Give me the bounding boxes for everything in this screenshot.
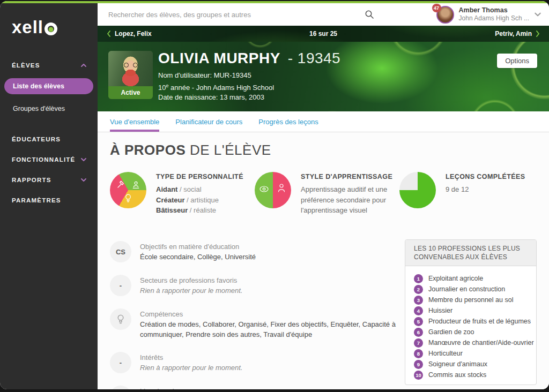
professions-card-heading: LES 10 PROFESSIONS LES PLUS CONVENABLES … (405, 240, 536, 266)
tab-bar: Vue d'ensemble Planificateur de cours Pr… (98, 111, 549, 132)
search-input[interactable] (108, 11, 365, 19)
sidebar-item-parametres[interactable]: PARAMÈTRES (0, 197, 98, 203)
chevron-up-icon (80, 62, 87, 69)
detail-label: Objectifs en matière d'éducation (140, 242, 256, 252)
detail-value: École secondaire, Collège, Université (140, 252, 256, 262)
widget-heading: LEÇONS COMPLÉTÉES (446, 173, 525, 180)
learning-style-chart (255, 172, 291, 208)
sidebar-item-liste-des-eleves[interactable]: Liste des élèves (4, 78, 93, 94)
chevron-down-icon (80, 156, 87, 163)
sidebar-item-eleves[interactable]: ÉLÈVES (0, 62, 98, 69)
chevron-down-icon (534, 11, 541, 18)
person-icon (277, 183, 286, 193)
profession-item[interactable]: 5Producteur de fruits et de légumes (414, 316, 529, 327)
profession-item[interactable]: 6Gardien de zoo (414, 327, 529, 337)
user-menu[interactable]: 47 Amber Thomas John Adams High Sch ... (436, 6, 541, 24)
sidebar-item-label: Liste des élèves (13, 82, 64, 90)
section-title: À PROPOS DE L'ÉLÈVE (110, 142, 271, 159)
rank-badge: 5 (414, 317, 423, 326)
profession-item[interactable]: 4Huissier (414, 305, 529, 316)
sidebar-item-label: RAPPORTS (12, 177, 51, 183)
sidebar-item-label: ÉDUCATEURS (12, 136, 61, 142)
glasses-decoration (124, 63, 138, 68)
student-pager: Lopez, Felix 16 sur 25 Petriv, Amin (98, 26, 549, 42)
list-item-skills: Compétences Création de modes, Collabore… (110, 308, 404, 340)
page-title: OLIVIA MURPHY - 19345 (158, 50, 340, 67)
birthdate-line: Date de naissance: 13 mars, 2003 (158, 93, 340, 103)
profession-item[interactable]: 3Membre du personnel au sol (414, 295, 529, 305)
sidebar-item-educateurs[interactable]: ÉDUCATEURS (0, 136, 98, 142)
sidebar-item-fonctionnalite[interactable]: FONCTIONNALITÉ (0, 156, 98, 163)
rank-badge: 10 (414, 371, 423, 380)
tab-progres-des-lecons[interactable]: Progrès des leçons (258, 111, 318, 132)
prev-student-button[interactable]: Lopez, Felix (106, 30, 152, 37)
sidebar-item-label: Groupes d'élèves (13, 105, 65, 112)
profession-item[interactable]: 10Commis aux stocks (414, 370, 529, 380)
lessons-count: 9 de 12 (446, 184, 525, 195)
profession-label: Soigneur d'animaux (428, 360, 487, 368)
dash-icon: - (110, 275, 131, 296)
profession-item[interactable]: 8Horticulteur (414, 348, 529, 359)
detail-value: Rien à rapporter pour le moment. (140, 363, 242, 373)
detail-value: Rien à rapporter pour le moment. (140, 285, 242, 296)
chevron-left-icon (106, 31, 112, 37)
detail-label: Intérêts (140, 352, 242, 363)
personality-trait: Créateur / artistique (156, 195, 243, 206)
widget-heading: STYLE D'APPRENTISSAGE (301, 173, 395, 180)
rank-badge: 4 (414, 306, 423, 315)
lessons-pie-chart (399, 172, 436, 208)
next-student-label: Petriv, Amin (495, 30, 532, 37)
student-hero: Active OLIVIA MURPHY - 19345 Nom d'utili… (98, 42, 549, 111)
profession-item[interactable]: 9Soigneur d'animaux (414, 359, 529, 370)
list-item-favorite-sectors: - Secteurs de professions favoris Rien à… (110, 275, 404, 296)
rank-badge: 6 (414, 328, 423, 337)
logo-text: xell (12, 17, 43, 37)
student-id: - 19345 (288, 50, 340, 66)
list-item-education-goals: CS Objectifs en matière d'éducation Écol… (110, 241, 404, 262)
list-item-birthplace: Lieu de naissance Rio de Janeiro, State … (110, 386, 404, 389)
sidebar-item-label: ÉLÈVES (12, 62, 40, 69)
rank-badge: 3 (414, 296, 423, 305)
sidebar-item-groupes-deleves[interactable]: Groupes d'élèves (13, 105, 98, 112)
profession-label: Journalier en construction (428, 285, 505, 293)
personality-trait: Bâtisseur / réaliste (156, 205, 243, 216)
profession-item[interactable]: 2Journalier en construction (414, 284, 529, 295)
lessons-widget: LEÇONS COMPLÉTÉES 9 de 12 (399, 170, 544, 216)
rank-badge: 9 (414, 360, 423, 369)
logo-o-icon (44, 22, 57, 35)
status-badge: Active (108, 86, 153, 99)
sidebar-item-rapports[interactable]: RAPPORTS (0, 177, 98, 183)
sidebar-item-label: PARAMÈTRES (12, 197, 61, 203)
profession-item[interactable]: 7Manœuvre de chantier/Aide-ouvrier (414, 337, 529, 348)
user-name: Amber Thomas (459, 6, 529, 14)
options-button[interactable]: Options (497, 54, 537, 68)
notification-badge: 47 (432, 4, 441, 12)
detail-label: Secteurs de professions favoris (140, 275, 242, 285)
dash-icon: - (110, 352, 131, 373)
hammer-icon (116, 180, 124, 189)
profession-label: Horticulteur (428, 350, 463, 357)
profession-item[interactable]: 1Exploitant agricole (414, 273, 529, 284)
profession-label: Manœuvre de chantier/Aide-ouvrier (428, 339, 534, 346)
tab-planificateur-de-cours[interactable]: Planificateur de cours (175, 111, 242, 132)
username-line: Nom d'utilisateur: MUR-19345 (158, 71, 340, 81)
search-icon[interactable] (365, 10, 374, 19)
tab-vue-densemble[interactable]: Vue d'ensemble (110, 111, 159, 132)
cs-icon: CS (110, 241, 131, 262)
chevron-down-icon (80, 177, 87, 183)
student-photo: Active (108, 51, 153, 99)
top-bar: 47 Amber Thomas John Adams High Sch ... (98, 3, 549, 26)
sidebar: xell ÉLÈVES Liste des élèves Groupes d'é… (0, 3, 98, 389)
profession-label: Commis aux stocks (428, 371, 486, 379)
lightbulb-icon (124, 193, 132, 203)
rank-badge: 7 (414, 338, 423, 348)
top-professions-card: LES 10 PROFESSIONS LES PLUS CONVENABLES … (405, 239, 537, 385)
xello-logo[interactable]: xell (0, 3, 98, 37)
profession-label: Producteur de fruits et de légumes (428, 318, 531, 325)
detail-label: Compétences (140, 309, 404, 319)
personality-trait: Aidant / social (156, 184, 243, 195)
avatar: 47 (436, 6, 454, 24)
next-student-button[interactable]: Petriv, Amin (495, 30, 540, 37)
chevron-right-icon (535, 31, 540, 37)
profession-label: Huissier (428, 307, 452, 314)
